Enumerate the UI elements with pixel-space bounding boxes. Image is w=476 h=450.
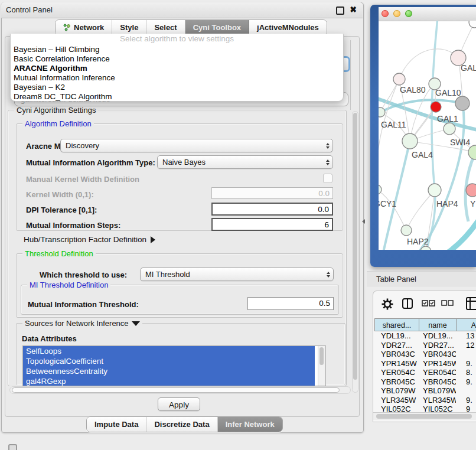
attribute-list-item[interactable]: BetweennessCentrality — [23, 366, 315, 376]
mi-steps-label: Mutual Information Steps: — [26, 221, 120, 230]
aracne-mode-value: Discovery — [66, 141, 99, 150]
node-gal4[interactable] — [402, 133, 418, 149]
column-header-1[interactable]: shared... — [374, 318, 419, 331]
mi-threshold-input[interactable]: 0.5 — [247, 297, 334, 310]
gear-icon[interactable] — [381, 298, 394, 311]
data-attributes-list[interactable]: SelfLoopsTopologicalCoefficientBetweenne… — [22, 345, 326, 386]
algorithm-option[interactable]: Bayesian – K2 — [11, 83, 343, 92]
table-horizontal-scrollbar[interactable] — [373, 412, 476, 420]
table-hscroll-thumb[interactable] — [376, 414, 472, 419]
tab-style[interactable]: Style — [112, 20, 146, 35]
aracne-mode-select[interactable]: Discovery — [60, 139, 333, 152]
tab-label: Infer Network — [226, 420, 275, 429]
tab-cyni-toolbox[interactable]: Cyni Toolbox — [185, 20, 249, 35]
mi-steps-input[interactable]: 6 — [211, 218, 333, 231]
node-gal80[interactable] — [393, 73, 405, 85]
attribute-list-item[interactable]: TopologicalCoefficient — [23, 356, 315, 366]
minimize-traffic-icon[interactable] — [393, 10, 400, 17]
tab-discretize-data[interactable]: Discretize Data — [146, 417, 217, 432]
tab-network[interactable]: Network — [56, 20, 112, 35]
table-row[interactable]: YPR145WYPR145W9. — [374, 359, 476, 369]
table-row[interactable]: YBR045CYBR045C9. — [374, 377, 476, 387]
select-all-checkboxes-icon[interactable] — [422, 299, 436, 307]
node-gray[interactable] — [455, 96, 470, 110]
node-gal1[interactable] — [444, 123, 455, 135]
mi-type-select[interactable]: Naive Bayes — [157, 155, 333, 169]
network-window-titlebar[interactable] — [379, 7, 476, 21]
column-header-3[interactable]: A — [456, 318, 476, 331]
tab-select[interactable]: Select — [146, 20, 185, 35]
table-row[interactable]: YBR043CYBR043C — [374, 350, 476, 359]
sources-group-title[interactable]: Sources for Network Inference — [22, 319, 142, 328]
zoom-traffic-icon[interactable] — [405, 10, 412, 17]
inference-group-edge — [350, 40, 351, 110]
node-top-partial[interactable] — [469, 21, 476, 28]
attribute-list-item[interactable]: SelfLoops — [23, 346, 315, 356]
attributes-scrollbar[interactable] — [318, 346, 325, 386]
settings-vertical-scrollbar[interactable] — [352, 111, 358, 393]
node-hap2[interactable] — [401, 225, 412, 236]
deselect-all-checkboxes-icon[interactable] — [441, 300, 454, 306]
algorithm-option[interactable]: Basic Correlation Inference — [11, 54, 343, 64]
which-threshold-select[interactable]: MI Threshold — [140, 268, 334, 281]
node-gal11[interactable] — [379, 107, 385, 117]
hub-definition-expander[interactable]: Hub/Transcription Factor Definition — [24, 235, 155, 244]
table-panel-header[interactable]: Table Panel — [367, 271, 476, 286]
splitpane-collapse-icon[interactable] — [362, 219, 365, 224]
network-canvas[interactable]: GALGAL80GAL10GAL1GAL11SWI4GAL4GCY1HAP4YH… — [379, 21, 476, 250]
attribute-list-item[interactable]: gal4RGexp — [23, 376, 315, 386]
expander-down-icon — [132, 321, 140, 326]
settings-horizontal-scrollbar[interactable] — [9, 386, 351, 394]
algorithm-option[interactable]: Dream8 DC_TDC Algorithm — [11, 92, 343, 102]
settings-vscroll-thumb[interactable] — [353, 113, 357, 380]
table-row[interactable]: YDR27...YDR27...12 — [374, 341, 476, 350]
threshold-definition-title: Threshold Definition — [22, 249, 96, 258]
table-row[interactable]: YIL052CYIL052C9 — [374, 405, 476, 412]
close-icon[interactable]: ✖ — [350, 5, 357, 14]
kernel-width-input[interactable]: 0.0 — [211, 187, 333, 199]
manual-kernel-checkbox[interactable] — [323, 174, 332, 183]
table-cell: YDR27... — [418, 341, 456, 350]
tab-impute-data[interactable]: Impute Data — [87, 417, 146, 432]
table-row[interactable]: YLR345WYLR345W9. — [374, 396, 476, 405]
tab-label: Impute Data — [94, 420, 138, 429]
apply-button[interactable]: Apply — [158, 397, 200, 411]
table-row[interactable]: YDL19...YDL19...13 — [374, 331, 476, 341]
table-row[interactable]: YBL079WYBL079W — [374, 386, 476, 396]
algorithm-option[interactable]: Mutual Information Inference — [11, 73, 343, 83]
tab-infer-network[interactable]: Infer Network — [218, 417, 282, 432]
mi-threshold-group-title: MI Threshold Definition — [27, 281, 110, 289]
table-toolbar — [373, 291, 476, 318]
algorithm-option[interactable]: Bayesian – Hill Climbing — [11, 45, 343, 54]
tab-label: Style — [120, 23, 138, 32]
table-row[interactable]: YER054CYER054C8. — [374, 368, 476, 377]
table-cell: 9 — [456, 405, 476, 412]
table-cell: YIL052C — [418, 405, 456, 412]
split-columns-icon[interactable] — [402, 298, 413, 309]
table-cell — [456, 386, 476, 396]
tab-jactivemnodules[interactable]: jActiveMNodules — [249, 20, 327, 35]
table-cell: YBR043C — [418, 350, 456, 359]
algorithm-option[interactable]: ARACNE Algorithm — [11, 64, 343, 73]
collapsed-panel-chip[interactable] — [8, 444, 17, 450]
dpi-tolerance-input[interactable]: 0.0 — [211, 203, 333, 216]
control-panel-tabs: NetworkStyleSelectCyni ToolboxjActiveMNo… — [55, 19, 327, 35]
table-mode-icon[interactable] — [465, 296, 476, 311]
close-traffic-icon[interactable] — [382, 10, 389, 17]
table-cell: YBR045C — [374, 377, 418, 387]
node-salmon[interactable] — [466, 184, 476, 197]
float-window-icon[interactable] — [336, 6, 344, 15]
manual-kernel-label: Manual Kernel Width Definition — [26, 175, 139, 184]
table-cell — [456, 350, 476, 359]
control-panel-titlebar[interactable]: Control Panel ✖ — [1, 2, 363, 18]
table-cell: YBR043C — [374, 350, 418, 359]
attributes-scroll-thumb[interactable] — [319, 347, 324, 365]
algorithm-definition-title: Algorithm Definition — [22, 119, 94, 128]
table-cell: YDR27... — [374, 341, 418, 350]
stepper-icon — [326, 159, 330, 165]
network-window: GALGAL80GAL10GAL1GAL11SWI4GAL4GCY1HAP4YH… — [379, 7, 476, 250]
node-red[interactable] — [431, 102, 441, 112]
node-hap4[interactable] — [428, 184, 441, 197]
column-header-2[interactable]: name — [419, 318, 457, 331]
settings-hscroll-thumb[interactable] — [12, 387, 340, 393]
